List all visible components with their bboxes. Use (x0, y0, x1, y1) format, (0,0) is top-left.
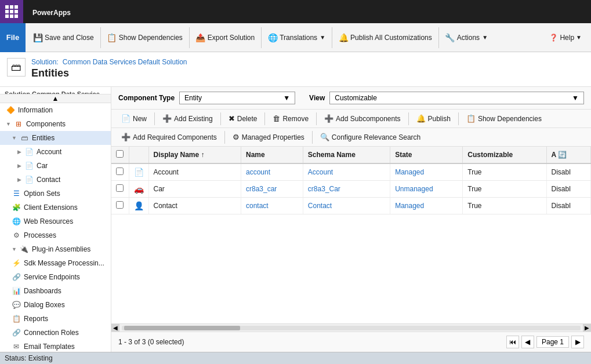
sidebar-label-reports: Reports (24, 315, 48, 323)
th-state[interactable]: State (390, 147, 463, 163)
sidebar-item-car[interactable]: ▶📄Car (0, 159, 111, 173)
sidebar-label-plugin-assemblies: Plug-in Assemblies (32, 245, 90, 253)
app-launcher-button[interactable] (0, 0, 23, 23)
row-name-0[interactable]: account (241, 163, 303, 181)
row-a-2: Disabl (546, 198, 591, 214)
row-checkbox-1[interactable] (116, 184, 124, 192)
sidebar-item-plugin-assemblies[interactable]: ▼🔌Plug-in Assemblies (0, 242, 111, 256)
row-schema-2[interactable]: Contact (303, 198, 390, 214)
next-page-button[interactable]: ▶ (571, 336, 584, 348)
save-icon: 💾 (33, 33, 42, 42)
sidebar-label-dialog-boxes: Dialog Boxes (24, 301, 65, 309)
row-name-2[interactable]: contact (241, 198, 303, 214)
show-deps-icon: 📋 (466, 114, 476, 123)
icon-entities: 🗃 (20, 133, 29, 143)
row-name-1[interactable]: cr8a3_car (241, 181, 303, 198)
select-all-checkbox[interactable] (116, 150, 124, 158)
file-button[interactable]: File (0, 23, 26, 52)
show-dependencies-ribbon-button[interactable]: 📋 Show Dependencies (102, 26, 188, 50)
sidebar-item-information[interactable]: 🔶Information (0, 103, 111, 117)
sidebar-item-sdk-message[interactable]: ⚡Sdk Message Processin... (0, 256, 111, 270)
table-row: 🚗 Car cr8a3_car cr8a3_Car Unmanaged True… (111, 181, 591, 198)
sidebar-scroll-up[interactable]: ▲ (0, 94, 111, 103)
sidebar-item-client-ext[interactable]: 🧩Client Extensions (0, 201, 111, 214)
sidebar-item-dialog-boxes[interactable]: 💬Dialog Boxes (0, 298, 111, 312)
sidebar-item-components[interactable]: ▼⊞Components (0, 117, 111, 131)
configure-relevance-button[interactable]: 🔍 Configure Relevance Search (315, 130, 426, 144)
add-req-icon: ➕ (121, 133, 130, 141)
view-arrow: ▼ (572, 94, 579, 102)
help-button[interactable]: ❓ Help ▼ (545, 31, 586, 44)
sidebar-item-reports[interactable]: 📋Reports (0, 312, 111, 326)
sidebar-item-account[interactable]: ▶📄Account (0, 145, 111, 159)
row-a-1: Disabl (546, 181, 591, 198)
translations-button[interactable]: 🌐 Translations ▼ (263, 26, 331, 50)
icon-option-sets: ☰ (12, 189, 21, 198)
row-schema-0[interactable]: Account (303, 163, 390, 181)
row-customizable-1: True (463, 181, 546, 198)
sidebar-item-service-endpoints[interactable]: 🔗Service Endpoints (0, 270, 111, 284)
sidebar-item-contact[interactable]: ▶📄Contact (0, 173, 111, 187)
remove-icon: 🗑 (273, 114, 280, 123)
th-display-name[interactable]: Display Name ↑ (148, 147, 241, 163)
scroll-thumb[interactable] (124, 326, 240, 330)
entity-table-container: Display Name ↑ Name Schema Name State Cu… (111, 147, 591, 323)
horizontal-scrollbar[interactable]: ◀ ▶ (111, 323, 591, 332)
status-bar: Status: Existing (0, 352, 591, 364)
th-customizable[interactable]: Customizable (463, 147, 546, 163)
actions-button[interactable]: 🔧 Actions ▼ (440, 26, 493, 50)
row-customizable-0: True (463, 163, 546, 181)
sidebar-label-sdk-message: Sdk Message Processin... (24, 259, 104, 267)
sidebar-item-email-templates[interactable]: ✉Email Templates (0, 340, 111, 352)
remove-button[interactable]: 🗑 Remove (267, 112, 314, 125)
publish-all-button[interactable]: 🔔 Publish All Customizations (333, 26, 437, 50)
export-solution-button[interactable]: 📤 Export Solution (191, 26, 260, 50)
ribbon: File 💾 Save and Close 📋 Show Dependencie… (0, 23, 591, 52)
sidebar-item-web-resources[interactable]: 🌐Web Resources (0, 214, 111, 228)
scroll-right-arrow[interactable]: ▶ (583, 324, 591, 332)
breadcrumb-link[interactable]: Solution: Common Data Services Default S… (31, 58, 187, 66)
icon-email-templates: ✉ (12, 342, 21, 351)
sidebar-item-connection-roles[interactable]: 🔗Connection Roles (0, 326, 111, 340)
view-select[interactable]: Customizable ▼ (329, 92, 584, 104)
sidebar-label-connection-roles: Connection Roles (24, 329, 79, 337)
add-required-button[interactable]: ➕ Add Required Components (116, 130, 222, 144)
add-subcomponents-button[interactable]: ➕ Add Subcomponents (319, 112, 405, 125)
row-state-0: Managed (390, 163, 463, 181)
prev-page-button[interactable]: ◀ (521, 336, 534, 348)
th-a[interactable]: A 🔄 (546, 147, 591, 163)
expand-arrow-car: ▶ (17, 163, 21, 169)
scroll-track[interactable] (122, 326, 581, 330)
pagination-bar: 1 - 3 of 3 (0 selected) ⏮ ◀ Page 1 ▶ (111, 332, 591, 352)
scroll-left-arrow[interactable]: ◀ (111, 324, 119, 332)
grid-icon (5, 5, 18, 18)
actions-icon: 🔧 (445, 33, 455, 42)
row-checkbox-0[interactable] (116, 168, 124, 175)
delete-button[interactable]: ✖ Delete (223, 112, 263, 125)
new-button[interactable]: 📄 New (116, 112, 152, 125)
row-display-name-0[interactable]: Account (148, 163, 241, 181)
row-entity-icon-2: 👤 (134, 201, 144, 210)
component-type-select[interactable]: Entity ▼ (179, 92, 295, 104)
icon-information: 🔶 (6, 105, 15, 115)
th-name[interactable]: Name (241, 147, 303, 163)
row-display-name-1[interactable]: Car (148, 181, 241, 198)
sidebar-item-option-sets[interactable]: ☰Option Sets (0, 187, 111, 201)
save-close-button[interactable]: 💾 Save and Close (28, 26, 99, 50)
expand-arrow-components: ▼ (6, 121, 11, 127)
sidebar-item-entities[interactable]: ▼🗃Entities (0, 131, 111, 145)
show-deps-button[interactable]: 📋 Show Dependencies (461, 112, 547, 125)
managed-properties-button[interactable]: ⚙ Managed Properties (227, 130, 310, 144)
sidebar-label-service-endpoints: Service Endpoints (24, 273, 80, 281)
new-icon: 📄 (121, 114, 130, 123)
th-schema-name[interactable]: Schema Name (303, 147, 390, 163)
pub-icon: 🔔 (416, 114, 426, 123)
publish-button[interactable]: 🔔 Publish (411, 112, 456, 125)
add-existing-button[interactable]: ➕ Add Existing (157, 112, 218, 125)
row-schema-1[interactable]: cr8a3_Car (303, 181, 390, 198)
row-display-name-2[interactable]: Contact (148, 198, 241, 214)
sidebar-item-processes[interactable]: ⚙Processes (0, 228, 111, 242)
row-checkbox-2[interactable] (116, 201, 124, 209)
sidebar-item-dashboards[interactable]: 📊Dashboards (0, 284, 111, 298)
first-page-button[interactable]: ⏮ (506, 336, 519, 348)
